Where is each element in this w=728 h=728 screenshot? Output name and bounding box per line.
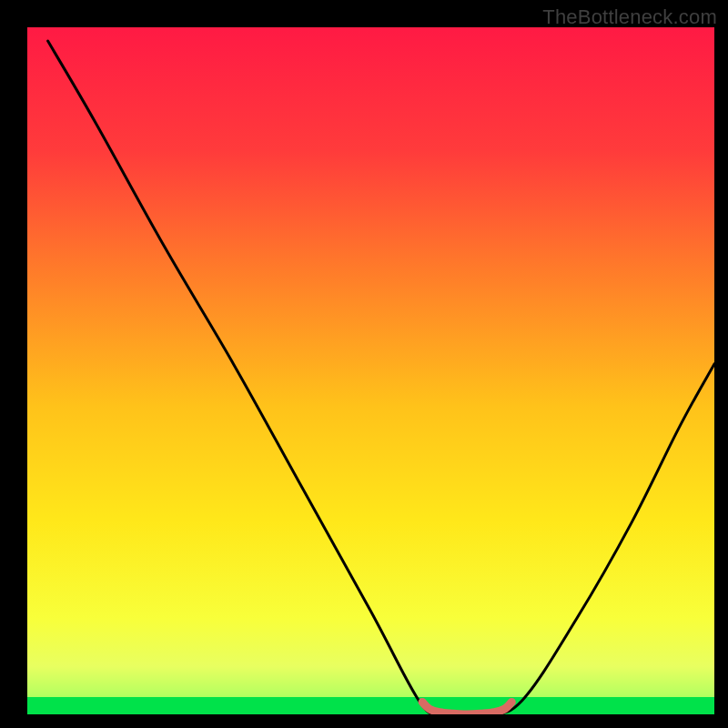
chart-container: TheBottleneck.com <box>0 0 728 728</box>
bottleneck-chart <box>0 0 728 728</box>
optimal-green-band <box>27 697 714 714</box>
watermark-text: TheBottleneck.com <box>542 5 717 29</box>
